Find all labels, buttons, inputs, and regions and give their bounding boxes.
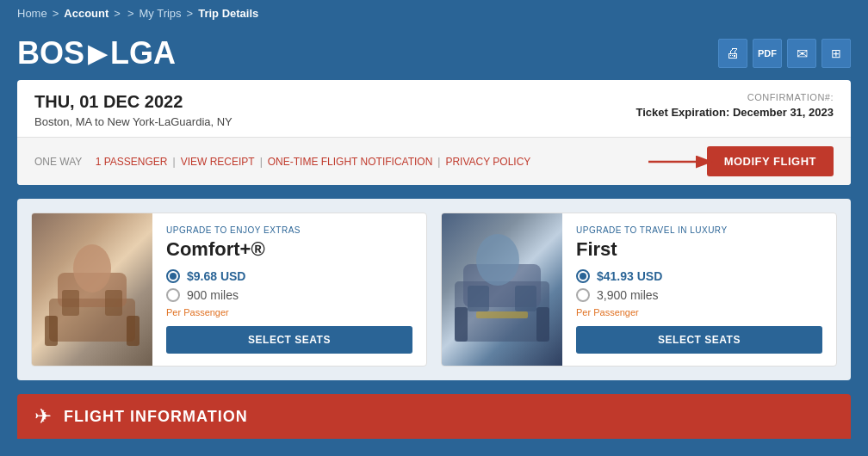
flight-info-bar: ✈ FLIGHT INFORMATION [17,394,851,439]
trip-action-bar: ONE WAY 1 PASSENGER | VIEW RECEIPT | ONE… [17,137,851,185]
one-way-text: ONE WAY [34,156,82,168]
modify-flight-button[interactable]: MODIFY FLIGHT [707,146,834,176]
first-card-content: UPGRADE TO TRAVEL IN LUXURY First $41.93… [562,213,836,366]
notification-link[interactable]: ONE-TIME FLIGHT NOTIFICATION [268,156,433,168]
arrow-indicator [648,151,717,172]
first-price: $41.93 USD [597,269,662,283]
svg-rect-5 [45,316,58,346]
privacy-link[interactable]: PRIVACY POLICY [445,156,530,168]
nav-sep-4: > [187,7,194,20]
pdf-button[interactable]: PDF [753,39,782,68]
ticket-expiration-label: Ticket Expiration: [636,106,729,119]
trip-date-section: THU, 01 DEC 2022 Boston, MA to New York-… [34,92,232,128]
svg-rect-16 [476,311,528,318]
first-select-seats-button[interactable]: SELECT SEATS [576,326,822,354]
trip-links: ONE WAY 1 PASSENGER | VIEW RECEIPT | ONE… [34,156,530,168]
nav-sep-1: > [53,7,59,20]
first-miles-radio[interactable] [576,288,590,302]
flight-info-title: FLIGHT INFORMATION [64,408,248,426]
comfort-price: $9.68 USD [187,269,245,283]
first-per-passenger: Per Passenger [576,307,822,317]
svg-rect-7 [62,290,79,316]
first-price-radio[interactable] [576,269,590,283]
first-upgrade-label: UPGRADE TO TRAVEL IN LUXURY [576,225,822,235]
comfort-card-content: UPGRADE TO ENJOY EXTRAS Comfort+® $9.68 … [152,213,426,366]
svg-rect-13 [536,307,549,342]
passenger-count-link[interactable]: 1 PASSENGER [96,156,168,168]
confirmation-block: CONFIRMATION#: Ticket Expiration: Decemb… [636,92,834,119]
svg-point-4 [73,244,111,293]
nav-trip-details: Trip Details [198,7,258,20]
ticket-expiration: Ticket Expiration: December 31, 2023 [636,106,834,119]
ticket-expiration-date: December 31, 2023 [733,106,834,119]
trip-info-top: THU, 01 DEC 2022 Boston, MA to New York-… [17,80,851,137]
grid-button[interactable]: ⊞ [822,39,851,68]
comfort-cabin-image [32,213,152,366]
first-class-name: First [576,238,822,261]
link-sep-4: | [437,156,440,168]
breadcrumb: Home > Account > > My Trips > Trip Detai… [0,0,868,27]
header-icon-group: 🖨 PDF ✉ ⊞ [718,39,851,68]
svg-rect-6 [127,316,140,346]
link-sep-2: | [173,156,176,168]
trip-info-card: THU, 01 DEC 2022 Boston, MA to New York-… [17,80,851,185]
nav-my-trips[interactable]: My Trips [139,7,181,20]
comfort-miles-radio[interactable] [166,288,180,302]
svg-rect-14 [468,286,489,311]
route-arrow: ▶ [88,40,107,68]
view-receipt-link[interactable]: VIEW RECEIPT [181,156,255,168]
upgrade-section: UPGRADE TO ENJOY EXTRAS Comfort+® $9.68 … [17,199,851,380]
comfort-per-passenger: Per Passenger [166,307,412,317]
first-miles: 3,900 miles [597,288,659,302]
trip-route-text: Boston, MA to New York-LaGuardia, NY [34,115,232,128]
svg-point-11 [476,234,519,286]
comfort-image [32,213,152,366]
upgrade-card-first: UPGRADE TO TRAVEL IN LUXURY First $41.93… [441,213,837,367]
svg-rect-15 [515,286,536,311]
nav-account[interactable]: Account [64,7,108,20]
svg-rect-12 [455,307,468,342]
nav-home[interactable]: Home [17,7,47,20]
comfort-price-option[interactable]: $9.68 USD [166,269,412,283]
nav-sep-3: > [127,7,134,20]
comfort-select-seats-button[interactable]: SELECT SEATS [166,326,412,354]
comfort-miles-option[interactable]: 900 miles [166,288,412,302]
comfort-class-name: Comfort+® [166,238,412,261]
svg-rect-8 [105,290,122,316]
trip-date: THU, 01 DEC 2022 [34,92,232,112]
flight-header: BOS ▶ LGA 🖨 PDF ✉ ⊞ [17,27,851,80]
nav-sep-2: > [114,7,121,20]
print-button[interactable]: 🖨 [718,39,747,68]
link-sep-1 [87,156,90,168]
plane-icon: ✈ [34,404,52,428]
first-image [442,213,562,366]
comfort-miles: 900 miles [187,288,239,302]
upgrade-card-comfort: UPGRADE TO ENJOY EXTRAS Comfort+® $9.68 … [31,213,427,367]
destination-code: LGA [110,35,176,71]
email-button[interactable]: ✉ [787,39,816,68]
origin-code: BOS [17,35,84,71]
first-miles-option[interactable]: 3,900 miles [576,288,822,302]
confirmation-label: CONFIRMATION#: [636,92,834,102]
first-price-option[interactable]: $41.93 USD [576,269,822,283]
comfort-price-radio[interactable] [166,269,180,283]
first-cabin-image [442,213,562,366]
comfort-upgrade-label: UPGRADE TO ENJOY EXTRAS [166,225,412,235]
link-sep-3: | [260,156,263,168]
flight-route: BOS ▶ LGA [17,35,176,71]
